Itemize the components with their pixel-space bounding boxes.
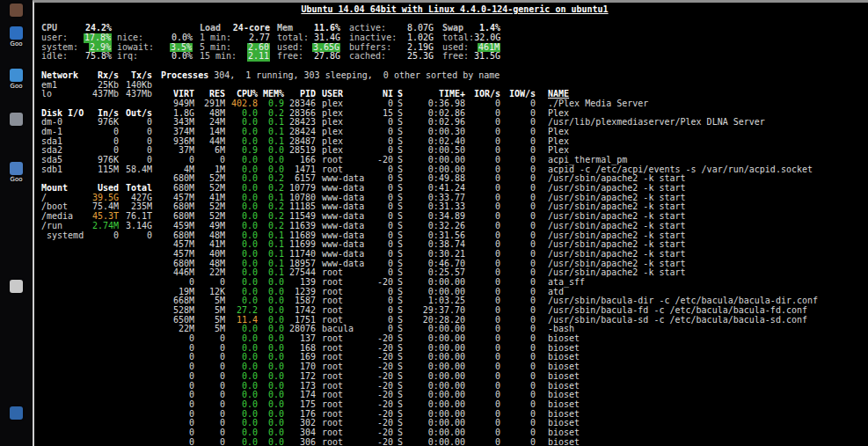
process-row: 680M48M0.00.111689www-data0S0:31.5600/us… xyxy=(161,231,868,241)
panel-row: _systemd00 xyxy=(41,231,152,241)
panel-row-name: dm-0 xyxy=(41,118,85,128)
process-cell-cpu: 0.0 xyxy=(225,400,258,410)
process-cell-mem: 0.9 xyxy=(258,99,284,109)
process-cell-cpu: 0.0 xyxy=(225,222,258,231)
process-cell-time: 0:30.21 xyxy=(407,250,465,260)
panel-row-value: 58.4M xyxy=(119,165,152,175)
process-row: 000.00.0172root-20S0:00.0000bioset xyxy=(161,372,868,382)
summary-column: Swap1.4%total:32.0Gused:461Mfree:31.5G xyxy=(442,24,500,62)
process-cell-time: 0:00.00 xyxy=(407,438,465,446)
panel-row-name: /run xyxy=(41,222,85,231)
process-cell-ni: 0 xyxy=(370,250,393,260)
panel-row-value: 3.14G xyxy=(119,222,152,231)
desktop-icon[interactable]: Goo xyxy=(2,26,31,48)
panel-row-value: 437Mb xyxy=(85,90,119,99)
summary-cell: cached:25.3G xyxy=(349,52,434,62)
summary-column: Mem11.6%total:31.4Gused:3.65Gfree:27.8G xyxy=(277,24,340,62)
desktop-icon-label: Goo xyxy=(2,83,31,90)
panel-row: sdb1115M58.4M xyxy=(41,165,152,175)
desktop-icon[interactable]: Goo xyxy=(2,69,31,90)
process-cell-user: root xyxy=(316,372,370,382)
process-row: 680M52M0.00.210779www-data0S0:41.2400/us… xyxy=(161,184,868,194)
panel-row-name: _systemd xyxy=(41,231,85,241)
left-panel: NetworkRx/sTx/sem125Kb140Kblo437Mb437MbD… xyxy=(41,71,152,446)
summary-cell: idle:75.8% xyxy=(41,52,112,62)
summary-column: Load24-core1 min:2.775 min:2.6015 min:2.… xyxy=(200,24,270,62)
desktop-icon-label: Goo xyxy=(2,176,31,183)
desktop-icon[interactable] xyxy=(2,280,31,294)
process-row: 000.00.0173root-20S0:00.0000bioset xyxy=(161,382,868,391)
process-row: 22M5M0.00.028076bacula0S0:00.0000-bash xyxy=(161,325,868,334)
desktop-icon[interactable] xyxy=(2,406,31,420)
app-icon xyxy=(10,113,23,126)
process-summary-title: Processes xyxy=(161,70,208,80)
panel-row-name: em1 xyxy=(41,81,85,91)
process-cell-cpu: 0.0 xyxy=(225,372,258,382)
summary-label: irq: xyxy=(117,52,138,62)
panel-row: dm-100 xyxy=(41,128,152,137)
process-cell-cpu: 0.0 xyxy=(225,438,258,446)
process-cell-ni: -20 xyxy=(370,438,393,446)
process-row: 000.00.0306root-20S0:00.0000bioset xyxy=(161,438,868,446)
process-summary-detail: 304, 1 running, 303 sleeping, 0 other so… xyxy=(208,70,500,80)
process-cell-ni: 0 xyxy=(370,222,393,231)
summary-column: CPU24.2%user:17.8%system:2.9%idle:75.8% xyxy=(41,24,112,62)
desktop-icon[interactable] xyxy=(2,4,31,18)
summary-value: 31.5G xyxy=(474,52,500,62)
process-row: 37M6M0.90.028519plex0S0:00.5000Plex xyxy=(161,146,868,156)
panel-disk-i-o: Disk I/OIn/sOut/sdm-0976K0dm-100sda100sd… xyxy=(41,109,152,175)
panel-row-name: sdb1 xyxy=(41,165,85,175)
process-cell-mem: 0.2 xyxy=(258,222,284,231)
process-cell-res: 0 xyxy=(194,400,225,410)
summary-label: free: xyxy=(277,52,303,62)
process-row: 680M52M0.00.211185www-data0S0:31.3300/us… xyxy=(161,202,868,212)
process-cell-pid: 175 xyxy=(284,400,316,410)
process-cell-virt: 949M xyxy=(161,99,194,109)
process-cell-user: www-data xyxy=(316,222,370,231)
process-cell-mem: 0.0 xyxy=(258,372,284,382)
process-cell-virt: 0 xyxy=(161,438,194,446)
process-row: 680M52M0.00.26157www-data0S0:49.8800/usr… xyxy=(161,174,868,184)
process-cell-s: S xyxy=(393,250,407,260)
summary-label: idle: xyxy=(41,52,68,62)
process-cell-ior: 0 xyxy=(465,222,500,231)
process-cell-name: ./Plex Media Server xyxy=(536,99,648,109)
process-cell-name: bioset xyxy=(536,438,580,446)
process-cell-ior: 0 xyxy=(465,250,500,260)
process-cell-time: 0:36.98 xyxy=(407,99,465,109)
panel-row-value: 2.74M xyxy=(85,222,119,231)
panel-row-value: 115M xyxy=(85,165,119,175)
process-row: 457M40M0.00.111740www-data0S0:30.2100/us… xyxy=(161,250,868,260)
process-cell-virt: 0 xyxy=(161,400,194,410)
process-row: 459M49M0.00.211639www-data0S0:32.2600/us… xyxy=(161,222,868,231)
panel-title: Mount xyxy=(41,184,85,194)
process-cell-ni: -20 xyxy=(370,372,393,382)
process-cell-s: S xyxy=(393,400,407,410)
panel-row-value: 0 xyxy=(119,231,152,241)
panel-col-header: Rx/s xyxy=(85,71,119,81)
desktop-icon[interactable] xyxy=(2,113,31,127)
process-row: 650M5M11.40.01751root0S20:28.2000/usr/sb… xyxy=(161,316,868,325)
process-row: 936M44M0.00.128487plex0S0:02.4000Plex xyxy=(161,137,868,147)
process-cell-virt: 459M xyxy=(161,222,194,231)
process-cell-ni: -20 xyxy=(370,400,393,410)
summary-cell: free:27.8G xyxy=(277,52,340,62)
panel-row-name: lo xyxy=(41,90,85,99)
panel-row: dm-0976K0 xyxy=(41,118,152,128)
process-table-header: VIRTRESCPU%MEM%PIDUSERNISTIME+IOR/sIOW/s… xyxy=(161,90,868,99)
process-cell-name: bioset xyxy=(536,400,580,410)
panel-row: sda200 xyxy=(41,146,152,156)
desktop-icon[interactable]: Goo xyxy=(2,162,31,183)
panel-col-header: Tx/s xyxy=(119,71,152,81)
process-row: 457M41M0.00.110780www-data0S0:33.7700/us… xyxy=(161,194,868,203)
process-cell-ior: 0 xyxy=(465,400,500,410)
process-row: 446M22M0.00.127544root0S0:25.5700/usr/sb… xyxy=(161,268,868,278)
process-row: 000.00.0168root-20S0:00.0000bioset xyxy=(161,344,868,354)
process-cell-s: S xyxy=(393,372,407,382)
terminal-window[interactable]: Ubuntu 14.04 64bit with Linux 4.4.0-124-… xyxy=(33,0,868,446)
desktop-icon-label: Goo xyxy=(2,40,31,48)
process-row: 680M52M0.00.211549www-data0S0:34.8900/us… xyxy=(161,212,868,222)
process-cell-ni: 0 xyxy=(370,99,393,109)
process-cell-s: S xyxy=(393,99,407,109)
process-cell-res: 0 xyxy=(194,438,225,446)
